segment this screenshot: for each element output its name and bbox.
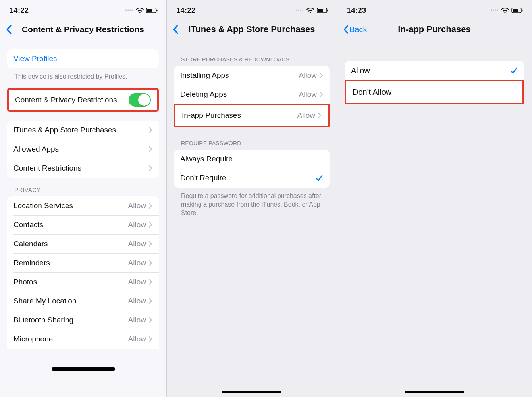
row-label: Share My Location — [13, 297, 76, 305]
row-label: Installing Apps — [180, 71, 229, 80]
back-label: Back — [349, 25, 367, 34]
content: View Profiles This device is also restri… — [0, 40, 166, 397]
allowed-apps-row[interactable]: Allowed Apps — [7, 140, 159, 159]
toggle-switch[interactable] — [129, 93, 151, 107]
wifi-icon — [306, 8, 314, 13]
row-label: Calendars — [13, 240, 48, 248]
password-header: REQUIRE PASSWORD — [181, 140, 330, 146]
row-label: Reminders — [13, 259, 50, 267]
chevron-left-icon — [6, 25, 12, 34]
row-value: Allow — [128, 201, 146, 210]
svg-rect-2 — [156, 9, 158, 11]
status-time: 14:22 — [176, 6, 196, 15]
screen-content-privacy: 14:22 •••• Content & Privacy Restriction… — [0, 0, 166, 397]
row-value: Allow — [128, 316, 146, 324]
row-value: Allow — [297, 111, 315, 120]
profiles-note: This device is also restricted by Profil… — [14, 72, 159, 81]
view-profiles-label: View Profiles — [13, 54, 57, 63]
privacy-row-share-location[interactable]: Share My Location Allow — [7, 292, 159, 311]
row-label: Photos — [13, 278, 37, 286]
screen-itunes-appstore: 14:22 •••• iTunes & App Store Purchases … — [166, 0, 337, 397]
screen-in-app-purchases: 14:23 •••• Back In-app Purchases Allow D… — [337, 0, 531, 397]
chevron-right-icon — [148, 260, 152, 266]
chevron-right-icon — [148, 146, 152, 152]
home-indicator[interactable] — [222, 391, 281, 393]
redaction-bar — [52, 367, 115, 371]
row-label: Deleting Apps — [180, 90, 227, 99]
home-indicator[interactable] — [405, 391, 464, 393]
row-value: Allow — [299, 90, 317, 99]
status-time: 14:23 — [347, 6, 366, 15]
chevron-left-icon — [172, 25, 179, 34]
back-button[interactable]: Back — [341, 23, 369, 36]
chevron-right-icon — [319, 91, 323, 98]
chevron-right-icon — [319, 72, 323, 79]
row-value: Allow — [299, 71, 317, 80]
status-bar: 14:23 •••• — [337, 0, 531, 18]
status-right: •••• — [296, 8, 329, 13]
page-title: iTunes & App Store Purchases — [167, 24, 337, 35]
status-right: •••• — [125, 8, 158, 13]
in-app-purchases-row[interactable]: In-app Purchases Allow — [175, 105, 328, 126]
allow-option-row[interactable]: Allow — [345, 61, 524, 80]
row-value: Allow — [128, 259, 146, 267]
row-label: Location Services — [13, 201, 73, 210]
svg-rect-7 — [513, 9, 518, 12]
installing-apps-row[interactable]: Installing Apps Allow — [174, 66, 330, 85]
checkmark-icon — [315, 175, 323, 182]
status-bar: 14:22 •••• — [0, 0, 166, 18]
page-title: Content & Privacy Restrictions — [0, 25, 166, 34]
row-label: Don't Allow — [353, 88, 391, 97]
row-value: Allow — [128, 240, 146, 248]
privacy-row-reminders[interactable]: Reminders Allow — [7, 253, 159, 272]
row-value: Allow — [128, 221, 146, 229]
view-profiles-row[interactable]: View Profiles — [7, 49, 159, 68]
content-restrictions-row[interactable]: Content Restrictions — [7, 159, 159, 178]
privacy-row-calendars[interactable]: Calendars Allow — [7, 234, 159, 253]
deleting-apps-row[interactable]: Deleting Apps Allow — [174, 85, 330, 104]
wifi-icon — [501, 8, 509, 13]
row-value: Allow — [128, 335, 146, 343]
svg-rect-8 — [522, 9, 523, 11]
row-label: Don't Require — [180, 174, 226, 182]
nav-bar: iTunes & App Store Purchases — [167, 18, 337, 40]
row-label: Bluetooth Sharing — [13, 316, 73, 324]
chevron-right-icon — [148, 298, 152, 304]
store-card: Installing Apps Allow Deleting Apps Allo… — [174, 66, 330, 104]
content-privacy-toggle-row[interactable]: Content & Privacy Restrictions — [9, 90, 157, 110]
content-privacy-toggle-card: Content & Privacy Restrictions — [7, 88, 159, 112]
itunes-appstore-row[interactable]: iTunes & App Store Purchases — [7, 121, 159, 140]
privacy-row-location[interactable]: Location Services Allow — [7, 196, 159, 215]
status-time: 14:22 — [10, 6, 29, 15]
privacy-row-bluetooth[interactable]: Bluetooth Sharing Allow — [7, 311, 159, 330]
row-label: Allow — [351, 66, 370, 75]
nav-bar: Back In-app Purchases — [337, 18, 531, 40]
content: Allow Don't Allow — [337, 61, 531, 397]
chevron-right-icon — [148, 336, 152, 342]
privacy-row-microphone[interactable]: Microphone Allow — [7, 330, 159, 349]
cellular-dots-icon: •••• — [125, 8, 133, 13]
always-require-row[interactable]: Always Require — [174, 150, 330, 169]
profiles-card: View Profiles — [7, 49, 159, 68]
content-privacy-toggle-label: Content & Privacy Restrictions — [15, 96, 117, 104]
row-label: Microphone — [13, 335, 53, 343]
password-note: Require a password for additional purcha… — [181, 192, 324, 217]
privacy-header: PRIVACY — [14, 186, 159, 193]
row-label: Contacts — [13, 221, 43, 229]
chevron-right-icon — [318, 112, 322, 119]
dont-require-row[interactable]: Don't Require — [174, 169, 330, 188]
password-card: Always Require Don't Require — [174, 150, 330, 188]
battery-icon — [317, 8, 329, 13]
row-label: In-app Purchases — [182, 111, 241, 120]
privacy-row-contacts[interactable]: Contacts Allow — [7, 215, 159, 234]
row-label: Allowed Apps — [13, 145, 59, 153]
back-button[interactable] — [3, 23, 14, 36]
privacy-row-photos[interactable]: Photos Allow — [7, 272, 159, 292]
chevron-right-icon — [148, 241, 152, 247]
svg-rect-5 — [327, 9, 328, 11]
chevron-right-icon — [148, 165, 152, 171]
back-button[interactable] — [170, 23, 181, 36]
dont-allow-option-row[interactable]: Don't Allow — [346, 81, 522, 103]
chevron-right-icon — [148, 203, 152, 209]
chevron-right-icon — [148, 127, 152, 133]
